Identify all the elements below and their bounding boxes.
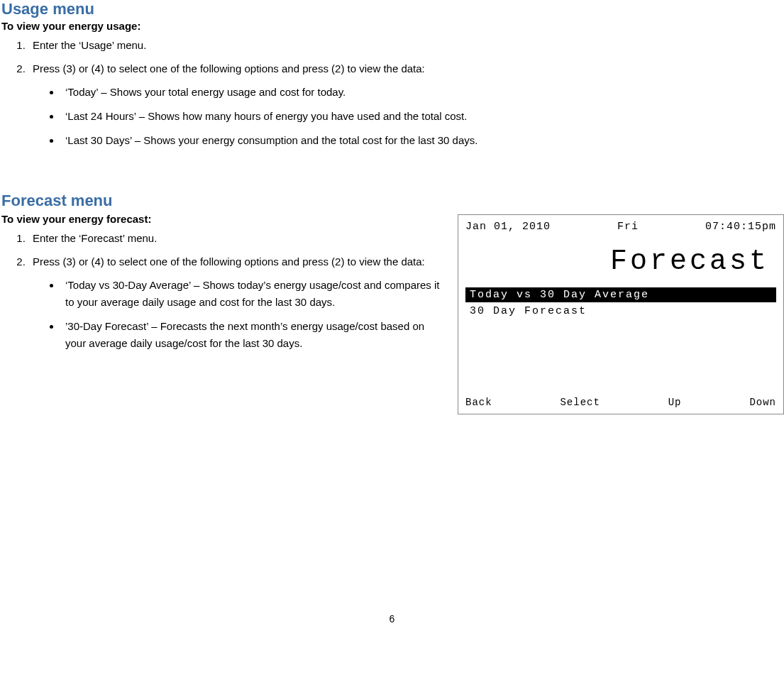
forecast-step-2: Press (3) or (4) to select one of the fo… — [28, 254, 443, 353]
usage-option-today: ‘Today’ – Shows your total energy usage … — [61, 84, 784, 101]
usage-option-24h: ‘Last 24 Hours’ – Shows how many hours o… — [61, 108, 784, 125]
device-time: 07:40:15pm — [705, 221, 776, 233]
device-date: Jan 01, 2010 — [465, 221, 551, 233]
usage-option-30d: ‘Last 30 Days’ – Shows your energy consu… — [61, 132, 784, 149]
device-screenshot: Jan 01, 2010 Fri 07:40:15pm Forecast Tod… — [458, 214, 784, 414]
softkey-down[interactable]: Down — [749, 397, 776, 408]
usage-menu-heading: Usage menu — [0, 0, 784, 18]
device-day: Fri — [617, 221, 639, 233]
device-title: Forecast — [465, 246, 769, 277]
device-menu-30d-forecast[interactable]: 30 Day Forecast — [465, 304, 776, 319]
forecast-step-2-text: Press (3) or (4) to select one of the fo… — [33, 255, 425, 268]
usage-subhead: To view your energy usage: — [0, 20, 784, 32]
forecast-option-today-vs-30: ‘Today vs 30-Day Average’ – Shows today’… — [61, 277, 443, 311]
usage-step-2: Press (3) or (4) to select one of the fo… — [28, 61, 784, 150]
page-number: 6 — [0, 613, 784, 624]
softkey-back[interactable]: Back — [465, 397, 492, 408]
forecast-subhead: To view your energy forecast: — [0, 213, 443, 225]
softkey-select[interactable]: Select — [560, 397, 600, 408]
usage-step-1: Enter the ‘Usage’ menu. — [28, 38, 784, 54]
usage-step-2-text: Press (3) or (4) to select one of the fo… — [33, 62, 425, 75]
forecast-step-1: Enter the ‘Forecast’ menu. — [28, 231, 443, 247]
softkey-up[interactable]: Up — [668, 397, 682, 408]
forecast-menu-heading: Forecast menu — [0, 192, 784, 210]
device-menu-today-vs-30[interactable]: Today vs 30 Day Average — [465, 287, 776, 302]
forecast-option-30d-forecast: ’30-Day Forecast’ – Forecasts the next m… — [61, 318, 443, 352]
